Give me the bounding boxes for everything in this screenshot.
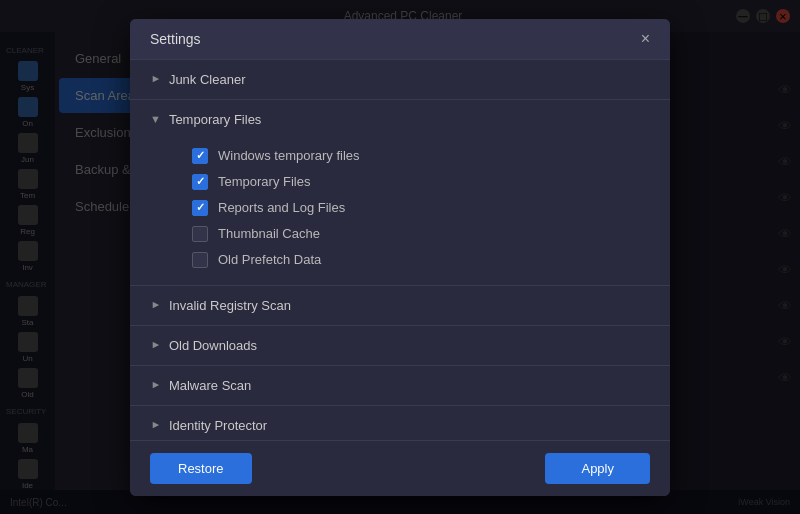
chevron-invalid-registry: ▼ (149, 300, 161, 311)
section-label-malware-scan: Malware Scan (169, 378, 251, 393)
section-header-temporary-files[interactable]: ▼ Temporary Files (130, 100, 670, 139)
chevron-identity-protector: ▼ (149, 420, 161, 431)
restore-button[interactable]: Restore (150, 453, 252, 484)
section-label-junk-cleaner: Junk Cleaner (169, 72, 246, 87)
section-header-identity-protector[interactable]: ▼ Identity Protector (130, 406, 670, 440)
checkbox-temp-files-label: Temporary Files (218, 174, 310, 189)
checkbox-temp-files: Temporary Files (130, 169, 670, 195)
chevron-temporary-files: ▼ (150, 113, 161, 125)
checkbox-windows-temp-label: Windows temporary files (218, 148, 360, 163)
checkbox-thumbnail-cache-input[interactable] (192, 226, 208, 242)
section-temporary-files: ▼ Temporary Files Windows temporary file… (130, 100, 670, 286)
apply-button[interactable]: Apply (545, 453, 650, 484)
modal-header: Settings × (130, 19, 670, 60)
modal-body: ▼ Junk Cleaner ▼ Temporary Files Windows… (130, 60, 670, 440)
checkbox-old-prefetch-input[interactable] (192, 252, 208, 268)
section-label-temporary-files: Temporary Files (169, 112, 261, 127)
checkbox-thumbnail-cache-label: Thumbnail Cache (218, 226, 320, 241)
checkbox-old-prefetch-label: Old Prefetch Data (218, 252, 321, 267)
section-header-old-downloads[interactable]: ▼ Old Downloads (130, 326, 670, 365)
checkbox-temp-files-input[interactable] (192, 174, 208, 190)
chevron-malware-scan: ▼ (149, 380, 161, 391)
checkbox-reports-log-input[interactable] (192, 200, 208, 216)
chevron-junk-cleaner: ▼ (149, 74, 161, 85)
section-malware-scan: ▼ Malware Scan (130, 366, 670, 406)
checkbox-windows-temp: Windows temporary files (130, 143, 670, 169)
section-header-invalid-registry[interactable]: ▼ Invalid Registry Scan (130, 286, 670, 325)
modal-overlay[interactable]: Settings × ▼ Junk Cleaner ▼ Temporary Fi… (0, 0, 800, 514)
chevron-old-downloads: ▼ (149, 340, 161, 351)
section-label-old-downloads: Old Downloads (169, 338, 257, 353)
checkbox-reports-log: Reports and Log Files (130, 195, 670, 221)
checkbox-old-prefetch: Old Prefetch Data (130, 247, 670, 273)
checkbox-windows-temp-input[interactable] (192, 148, 208, 164)
checkbox-reports-log-label: Reports and Log Files (218, 200, 345, 215)
settings-modal: Settings × ▼ Junk Cleaner ▼ Temporary Fi… (130, 19, 670, 496)
checkbox-thumbnail-cache: Thumbnail Cache (130, 221, 670, 247)
section-label-invalid-registry: Invalid Registry Scan (169, 298, 291, 313)
section-old-downloads: ▼ Old Downloads (130, 326, 670, 366)
temporary-files-content: Windows temporary files Temporary Files … (130, 139, 670, 285)
modal-footer: Restore Apply (130, 440, 670, 496)
section-header-junk-cleaner[interactable]: ▼ Junk Cleaner (130, 60, 670, 99)
modal-title: Settings (150, 31, 201, 47)
section-junk-cleaner: ▼ Junk Cleaner (130, 60, 670, 100)
section-label-identity-protector: Identity Protector (169, 418, 267, 433)
modal-close-button[interactable]: × (641, 31, 650, 47)
section-header-malware-scan[interactable]: ▼ Malware Scan (130, 366, 670, 405)
section-invalid-registry: ▼ Invalid Registry Scan (130, 286, 670, 326)
section-identity-protector: ▼ Identity Protector (130, 406, 670, 440)
